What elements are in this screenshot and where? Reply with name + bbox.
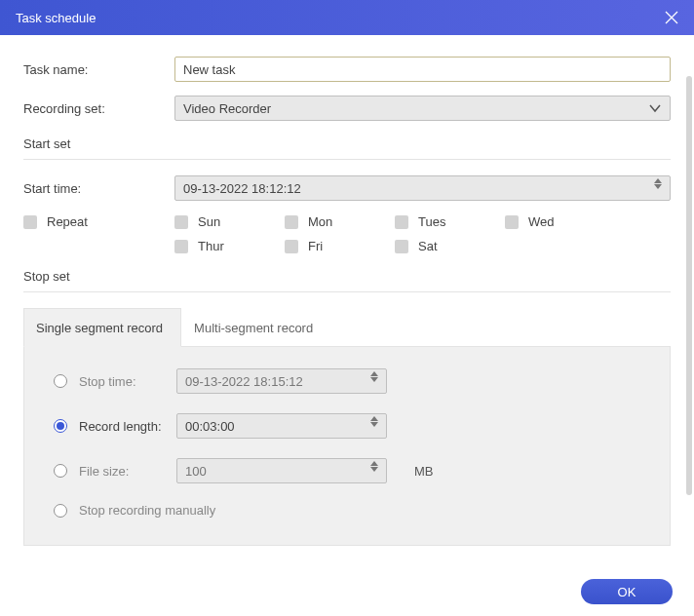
file-size-input[interactable]: 100 [176, 458, 387, 483]
file-size-radio[interactable] [54, 464, 67, 478]
day-wed-checkbox[interactable]: Wed [505, 214, 656, 229]
spinner-down-icon[interactable] [370, 377, 378, 382]
stop-tabs: Single segment record Multi-segment reco… [23, 308, 671, 347]
ok-button[interactable]: OK [581, 579, 673, 604]
scrollbar[interactable] [686, 76, 692, 495]
day-label: Wed [528, 214, 555, 229]
divider [23, 159, 671, 160]
checkbox-box-icon [285, 215, 298, 229]
recording-set-select[interactable]: Video Recorder [174, 96, 671, 121]
day-label: Mon [308, 214, 332, 229]
record-length-radio[interactable] [54, 419, 67, 433]
spinner-down-icon[interactable] [370, 422, 378, 427]
day-sat-checkbox[interactable]: Sat [395, 239, 546, 253]
spinner-up-icon[interactable] [370, 461, 378, 466]
divider [23, 291, 671, 292]
checkbox-box-icon [174, 215, 188, 229]
repeat-label: Repeat [47, 214, 88, 229]
checkbox-box-icon [395, 215, 408, 229]
spinner-up-icon[interactable] [370, 371, 378, 376]
stop-set-heading: Stop set [23, 269, 671, 284]
checkbox-box-icon [395, 240, 408, 253]
single-segment-panel: Stop time: 09-13-2022 18:15:12 Record le… [23, 347, 671, 546]
start-time-label: Start time: [23, 181, 174, 196]
file-size-value: 100 [185, 464, 207, 479]
task-name-input[interactable] [174, 57, 671, 82]
recording-set-value: Video Recorder [183, 101, 271, 116]
checkbox-box-icon [23, 215, 37, 229]
file-size-label: File size: [79, 464, 176, 479]
spinner-down-icon[interactable] [370, 467, 378, 472]
start-time-input[interactable]: 09-13-2022 18:12:12 [174, 175, 671, 201]
content-area: Task name: Recording set: Video Recorder… [0, 35, 694, 567]
stop-time-input[interactable]: 09-13-2022 18:15:12 [176, 368, 387, 394]
titlebar: Task schedule [0, 0, 694, 35]
start-set-heading: Start set [23, 136, 671, 151]
day-label: Fri [308, 239, 323, 253]
stop-time-label: Stop time: [79, 374, 176, 389]
stop-time-value: 09-13-2022 18:15:12 [185, 374, 303, 389]
manual-stop-label: Stop recording manually [79, 503, 215, 518]
recording-set-label: Recording set: [23, 101, 174, 116]
day-label: Thur [198, 239, 224, 253]
stop-time-radio[interactable] [54, 374, 67, 388]
checkbox-box-icon [505, 215, 519, 229]
record-length-input[interactable]: 00:03:00 [176, 413, 387, 439]
record-length-value: 00:03:00 [185, 419, 235, 434]
day-label: Sat [418, 239, 438, 253]
footer: OK [0, 567, 694, 616]
spinner-up-icon[interactable] [654, 178, 662, 183]
day-label: Tues [418, 214, 445, 229]
start-time-value: 09-13-2022 18:12:12 [183, 181, 301, 196]
task-name-label: Task name: [23, 62, 174, 77]
spinner-up-icon[interactable] [370, 416, 378, 421]
file-size-unit: MB [414, 464, 434, 479]
checkbox-box-icon [285, 240, 298, 253]
close-icon[interactable] [665, 11, 678, 24]
record-length-label: Record length: [79, 419, 176, 434]
window-title: Task schedule [16, 11, 96, 25]
tab-multi-segment[interactable]: Multi-segment record [181, 308, 331, 346]
checkbox-box-icon [174, 240, 188, 253]
chevron-down-icon [648, 101, 662, 115]
day-label: Sun [198, 214, 220, 229]
manual-stop-radio[interactable] [54, 504, 67, 518]
repeat-checkbox[interactable]: Repeat [23, 214, 174, 229]
spinner-down-icon[interactable] [654, 184, 662, 189]
tab-single-segment[interactable]: Single segment record [23, 308, 181, 347]
